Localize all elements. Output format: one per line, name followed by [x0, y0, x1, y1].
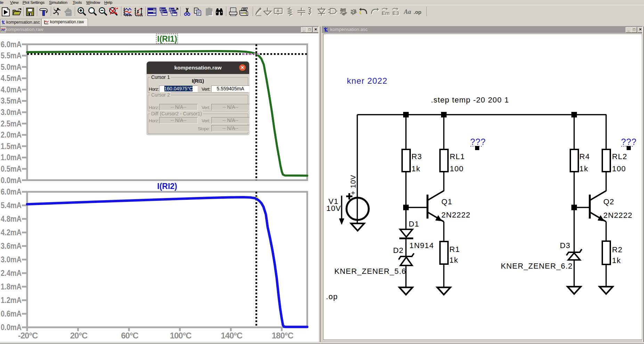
svg-text:1.5mA: 1.5mA: [1, 141, 22, 151]
svg-text:2N2222: 2N2222: [441, 211, 471, 219]
svg-text:140°C: 140°C: [221, 331, 243, 340]
svg-text:2.4mA: 2.4mA: [1, 268, 22, 278]
svg-text:3.0mA: 3.0mA: [1, 255, 22, 264]
svg-text:I(RI2): I(RI2): [157, 182, 177, 191]
svg-text:1k: 1k: [579, 164, 588, 173]
svg-text:KNER_ZENER_5.6: KNER_ZENER_5.6: [334, 267, 406, 276]
svg-text:kner 2022: kner 2022: [347, 76, 388, 85]
svg-text:4.0mA: 4.0mA: [1, 85, 22, 94]
svg-text:5.0mA: 5.0mA: [1, 62, 22, 72]
svg-text:-20°C: -20°C: [18, 331, 38, 340]
svg-text:1N914: 1N914: [409, 241, 434, 250]
svg-text:4.5mA: 4.5mA: [1, 73, 22, 83]
svg-text:2N2222: 2N2222: [603, 211, 633, 220]
svg-text:+ 10V: + 10V: [349, 174, 357, 195]
svg-text:60°C: 60°C: [121, 331, 138, 340]
svg-text:4.8mA: 4.8mA: [1, 214, 22, 223]
svg-text:20°C: 20°C: [70, 331, 88, 340]
svg-text:Aa: Aa: [403, 8, 411, 15]
svg-text:180°C: 180°C: [272, 331, 294, 340]
svg-text:1.0mA: 1.0mA: [1, 153, 22, 162]
svg-text:5.5mA: 5.5mA: [1, 51, 22, 60]
svg-text:1.8mA: 1.8mA: [1, 282, 22, 291]
svg-text:Q2: Q2: [603, 197, 614, 206]
svg-text:???: ???: [470, 137, 486, 147]
svg-text:100°C: 100°C: [170, 331, 192, 340]
svg-text:6.0mA: 6.0mA: [1, 40, 22, 49]
svg-text:3.6mA: 3.6mA: [1, 241, 22, 251]
svg-text:2.0mA: 2.0mA: [1, 130, 22, 139]
svg-text:10V: 10V: [326, 204, 341, 213]
svg-text:0.0mA: 0.0mA: [1, 322, 22, 332]
svg-text:0.6mA: 0.6mA: [1, 309, 22, 318]
svg-text:1k: 1k: [411, 164, 421, 173]
svg-text:100: 100: [612, 164, 626, 173]
svg-text:D3: D3: [560, 241, 570, 250]
svg-text:E: E: [392, 10, 396, 16]
svg-text:.op: .op: [414, 9, 422, 15]
svg-text:R2: R2: [612, 245, 622, 254]
svg-text:100: 100: [450, 164, 464, 173]
svg-text:3.0mA: 3.0mA: [1, 107, 22, 117]
svg-text:RL1: RL1: [450, 152, 465, 161]
svg-text:1k: 1k: [612, 256, 621, 265]
svg-text:.op: .op: [326, 292, 338, 301]
svg-text:RL2: RL2: [612, 152, 627, 161]
svg-text:1.2mA: 1.2mA: [1, 295, 22, 305]
svg-text:3: 3: [396, 10, 399, 16]
svg-text:R3: R3: [411, 152, 422, 161]
svg-text:5.4mA: 5.4mA: [1, 200, 22, 210]
svg-text:R4: R4: [579, 152, 590, 161]
svg-text:R1: R1: [449, 245, 460, 254]
svg-text:D1: D1: [409, 220, 419, 228]
svg-text:6.0mA: 6.0mA: [1, 187, 22, 196]
svg-text:D2: D2: [393, 246, 403, 255]
svg-text:.step temp -20 200 1: .step temp -20 200 1: [431, 96, 509, 104]
svg-text:Q1: Q1: [441, 197, 453, 206]
svg-text:KNER_ZENER_6.2: KNER_ZENER_6.2: [501, 262, 573, 270]
svg-text:???: ???: [621, 137, 637, 147]
svg-text:0.0mA: 0.0mA: [1, 175, 22, 185]
svg-text:I(RI1): I(RI1): [157, 34, 177, 43]
svg-text:2.5mA: 2.5mA: [1, 119, 22, 128]
svg-text:1k: 1k: [449, 256, 458, 264]
svg-text:0.5mA: 0.5mA: [1, 164, 22, 173]
svg-text:4.2mA: 4.2mA: [1, 228, 22, 237]
svg-text:3.5mA: 3.5mA: [1, 96, 22, 105]
svg-text:Em: Em: [382, 10, 390, 16]
